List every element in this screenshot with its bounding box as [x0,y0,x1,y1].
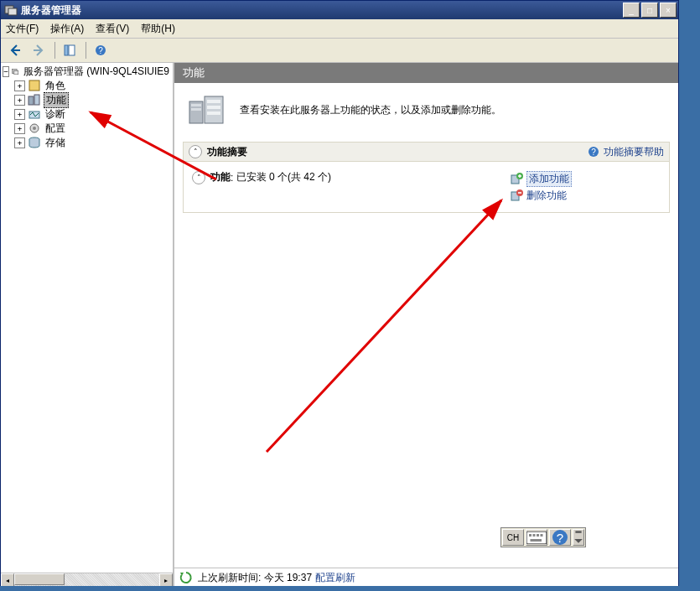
svg-text:?: ? [591,148,596,157]
svg-rect-2 [65,45,68,55]
svg-rect-1 [8,8,17,15]
ime-toolbar[interactable]: CH ? [500,527,586,547]
features-icon [28,93,41,106]
group-left: ˄ 功能 : 已安装 0 个(共 42 个) [192,170,510,204]
tree-roles-label: 角色 [44,79,67,93]
toolbar: ? [1,39,678,63]
add-feature-link[interactable]: 添加功能 [510,170,661,187]
svg-rect-9 [29,96,34,105]
expand-icon[interactable] [14,109,25,120]
svg-line-39 [267,200,501,452]
scroll-track[interactable] [14,573,159,586]
svg-rect-31 [537,534,539,537]
scroll-right-button[interactable]: ▸ [159,573,173,586]
svg-rect-19 [207,100,220,103]
annotation-arrow-2 [250,192,518,460]
svg-point-13 [33,127,36,130]
features-status: 已安装 0 个(共 42 个) [236,170,331,184]
app-icon [4,3,18,17]
tree-root[interactable]: 服务器管理器 (WIN-9QL4SIUIE9 [3,65,171,78]
svg-rect-7 [14,70,18,74]
svg-rect-28 [526,531,547,544]
status-refresh-value: 今天 19:37 [264,571,312,585]
forward-button[interactable] [28,40,49,60]
chevron-up-icon[interactable]: ˄ [192,171,205,184]
close-button[interactable]: × [660,3,677,18]
ime-help-icon[interactable]: ? [549,529,571,546]
svg-rect-16 [191,104,201,106]
tree-node-roles[interactable]: 角色 [3,79,171,92]
back-button[interactable] [4,40,26,60]
svg-rect-36 [575,531,581,533]
scroll-left-button[interactable]: ◂ [1,573,14,586]
svg-rect-21 [207,111,220,115]
titlebar[interactable]: 服务器管理器 _ □ × [1,1,678,19]
status-refresh-label: 上次刷新时间: [198,571,261,585]
status-bar: 上次刷新时间: 今天 19:37 配置刷新 [174,568,678,586]
svg-rect-32 [541,534,543,537]
content-panel: 功能 查看安装在此服务器上功能的状态，以 [174,63,678,586]
menu-action[interactable]: 操作(A) [50,22,84,36]
diagnostics-icon [28,107,41,121]
group-title: 功能摘要 [207,145,587,159]
scroll-thumb[interactable] [14,573,65,585]
expand-icon[interactable] [14,123,25,134]
client-area: 服务器管理器 (WIN-9QL4SIUIE9 角色 功能 [1,63,678,586]
tree: 服务器管理器 (WIN-9QL4SIUIE9 角色 功能 [1,63,173,152]
show-hide-tree-button[interactable] [59,40,80,60]
chevron-up-icon[interactable]: ˄ [189,145,202,158]
svg-rect-10 [34,95,39,105]
svg-text:?: ? [557,531,563,545]
collapse-icon[interactable] [3,66,9,77]
help-icon: ? [587,145,600,158]
svg-marker-37 [574,539,583,543]
menu-help[interactable]: 帮助(H) [141,22,175,36]
tree-storage-label: 存储 [44,136,67,150]
ime-options-icon[interactable] [573,529,584,546]
group-help-link[interactable]: 功能摘要帮助 [604,145,664,159]
ime-language-button[interactable]: CH [502,529,524,546]
svg-rect-20 [207,106,220,109]
group-right: 添加功能 删除功能 [510,170,661,204]
menu-view[interactable]: 查看(V) [96,22,129,36]
tree-diagnostics-label: 诊断 [44,107,67,122]
group-header[interactable]: ˄ 功能摘要 ? 功能摘要帮助 [183,142,670,162]
summary-row: 查看安装在此服务器上功能的状态，以及添加或删除功能。 [174,83,678,142]
tree-horizontal-scrollbar[interactable]: ◂ ▸ [1,573,173,586]
svg-rect-33 [531,539,542,542]
server-icon [12,65,19,78]
tree-panel: 服务器管理器 (WIN-9QL4SIUIE9 角色 功能 [1,63,174,586]
svg-rect-30 [533,534,536,537]
expand-icon[interactable] [14,137,25,148]
tree-root-label: 服务器管理器 (WIN-9QL4SIUIE9 [22,65,171,79]
tree-node-storage[interactable]: 存储 [3,136,171,149]
add-feature-icon [510,172,523,185]
tree-node-configuration[interactable]: 配置 [3,122,171,135]
storage-icon [28,136,41,149]
expand-icon[interactable] [14,80,25,91]
tree-node-diagnostics[interactable]: 诊断 [3,107,171,121]
remove-feature-link[interactable]: 删除功能 [510,187,661,204]
svg-text:?: ? [98,46,103,55]
maximize-button[interactable]: □ [641,3,658,18]
content-title: 功能 [174,63,678,83]
minimize-button[interactable]: _ [623,3,640,18]
remove-feature-icon [510,189,523,202]
tree-features-label: 功能 [44,92,69,108]
content-body: 查看安装在此服务器上功能的状态，以及添加或删除功能。 ˄ 功能摘要 ? 功能摘要… [174,83,678,586]
ime-keyboard-icon[interactable] [526,529,547,546]
features-large-icon [188,93,226,127]
add-feature-label: 添加功能 [526,171,572,187]
roles-icon [28,79,41,92]
features-summary-group: ˄ 功能摘要 ? 功能摘要帮助 ˄ 功能 : [183,142,670,213]
configure-refresh-link[interactable]: 配置刷新 [315,571,355,585]
refresh-icon [179,571,193,584]
svg-rect-8 [29,80,39,91]
tree-node-features[interactable]: 功能 [3,93,171,106]
help-button[interactable]: ? [90,40,111,60]
configuration-icon [28,122,41,135]
features-installed-line: ˄ 功能 : 已安装 0 个(共 42 个) [192,170,510,184]
menu-file[interactable]: 文件(F) [6,22,39,36]
menubar: 文件(F) 操作(A) 查看(V) 帮助(H) [1,19,678,39]
expand-icon[interactable] [14,95,25,106]
